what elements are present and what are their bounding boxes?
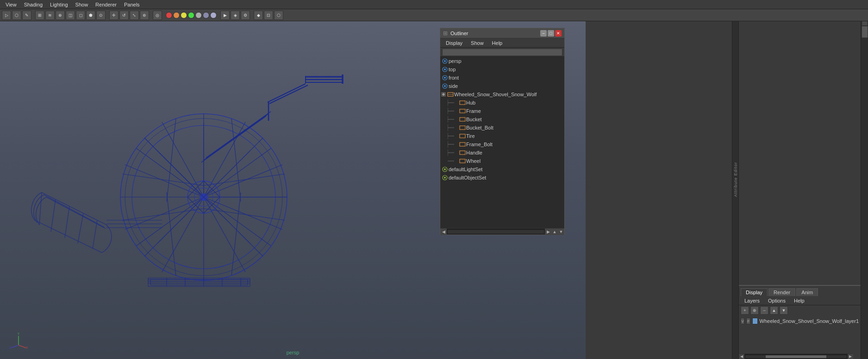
tree-item-tire[interactable]: Tire [440,132,564,140]
tree-item-top[interactable]: top [440,65,564,74]
tree-item-frame[interactable]: Frame [440,107,564,115]
outliner-scroll-down-h[interactable]: ▼ [558,229,564,235]
toolbar-soft-sel[interactable]: ◎ [153,11,162,20]
toolbar-ipr[interactable]: ◈ [231,11,240,20]
toolbar-snap-curve[interactable]: ≋ [45,11,55,20]
tree-item-wheel[interactable]: Wheel [440,157,564,165]
toolbar-keyframe[interactable]: ◆ [254,11,263,20]
tree-label-frame: Frame [466,108,481,114]
svg-rect-105 [460,159,465,163]
layer-scroll-track[interactable] [745,355,847,358]
svg-point-77 [444,85,446,87]
le-menu-layers[interactable]: Layers [741,297,763,304]
toolbar-color-7[interactable] [210,12,217,19]
layer-new-btn[interactable]: + [741,306,749,315]
layer-move-up-btn[interactable]: ▲ [770,306,778,315]
layer-new-empty-btn[interactable]: ⊕ [750,306,759,315]
tree-item-front[interactable]: front [440,74,564,82]
tree-item-bucket-bolt[interactable]: Bucket_Bolt [440,124,564,132]
layer-move-down-btn[interactable]: ▼ [780,306,788,315]
tree-item-frame-bolt[interactable]: Frame_Bolt [440,140,564,149]
toolbar-snap-live[interactable]: ⬟ [86,11,95,20]
svg-point-73 [444,68,446,70]
toolbar-render-arrow[interactable]: ▶ [220,11,230,20]
layer-delete-btn[interactable]: – [760,306,768,315]
layer-vis-btn[interactable]: V [741,318,744,324]
menu-show[interactable]: Show [72,1,92,8]
layer-toolbar: + ⊕ – ▲ ▼ [739,305,861,316]
toolbar-scale[interactable]: ⤡ [130,11,139,20]
tree-icon-tire [459,132,466,140]
toolbar-paint[interactable]: ✎ [22,11,31,20]
tree-item-handle[interactable]: Handle [440,149,564,157]
outliner-search-input[interactable] [442,49,562,56]
layer-scroll-right[interactable]: ▶ [848,354,853,359]
tree-icon-defaultobjectset [441,174,449,181]
toolbar-anim[interactable]: ⊡ [264,11,273,20]
toolbar-color-3[interactable] [181,12,187,19]
toolbar-extras[interactable]: ⬡ [274,11,283,20]
tree-icon-side [441,82,449,90]
outliner-scroll-track-h[interactable] [448,230,544,234]
toolbar-disp-settings[interactable]: ⚙ [241,11,250,20]
menu-panels[interactable]: Panels [120,1,144,8]
toolbar-color-5[interactable] [195,12,202,19]
tree-connector-bucket [448,116,459,123]
tree-label-bucketbolt: Bucket_Bolt [466,125,493,130]
toolbar-color-2[interactable] [173,12,180,19]
svg-line-23 [157,151,204,197]
toolbar-move[interactable]: ✛ [109,11,119,20]
toolbar-color-4[interactable] [188,12,194,19]
tree-item-bucket[interactable]: Bucket [440,115,564,124]
layer-tab-display[interactable]: Display [741,288,768,296]
outliner-tree[interactable]: persp top front side [440,57,564,228]
outliner-minimize-btn[interactable]: – [540,30,547,37]
outliner-close-btn[interactable]: ✕ [555,30,562,37]
toolbar-color-6[interactable] [203,12,209,19]
tree-collapse-btn[interactable] [440,91,447,98]
layer-freeze-btn[interactable]: F [746,318,750,324]
svg-line-24 [204,151,250,197]
menu-renderer[interactable]: Renderer [92,1,120,8]
toolbar-snap-point[interactable]: ⊕ [56,11,65,20]
toolbar-color-1[interactable] [166,12,172,19]
layer-row-wheeled[interactable]: V F Wheeled_Snow_Shovel_Snow_Wolf_layer1 [739,316,861,326]
tree-item-side[interactable]: side [440,82,564,90]
menu-view[interactable]: View [2,1,20,8]
outliner-menu-display[interactable]: Display [442,39,466,47]
toolbar-select[interactable]: ▷ [2,11,11,20]
layer-color-swatch[interactable] [752,318,758,324]
tree-label-persp: persp [449,58,462,64]
tree-item-hub[interactable]: Hub [440,99,564,107]
outliner-menu-help[interactable]: Help [488,39,506,47]
toolbar-rotate[interactable]: ↺ [119,11,129,20]
tree-label-wheeled: Wheeled_Snow_Shovel_Snow_Wolf [454,92,537,97]
outliner-menu-show[interactable]: Show [467,39,487,47]
toolbar-snap-surface[interactable]: ◻ [76,11,85,20]
toolbar-snap-grid[interactable]: ⊞ [35,11,44,20]
svg-rect-100 [460,142,465,146]
layer-scroll-left[interactable]: ◀ [739,354,744,359]
toolbar-lasso[interactable]: ⬡ [12,11,21,20]
outliner-scroll-up-h[interactable]: ▲ [551,229,558,235]
tree-item-defaultobjectset[interactable]: defaultObjectSet [440,173,564,182]
le-menu-help[interactable]: Help [790,297,808,304]
toolbar-camera[interactable]: ⊙ [96,11,106,20]
tree-icon-frame [459,107,466,115]
svg-text:Z: Z [9,346,12,349]
outliner-scroll-left[interactable]: ◀ [440,229,447,235]
tree-icon-handle [459,149,466,156]
menu-lighting[interactable]: Lighting [46,1,72,8]
outliner-maximize-btn[interactable]: □ [548,30,554,37]
svg-point-75 [444,77,446,79]
toolbar-manip[interactable]: ⊛ [140,11,149,20]
toolbar-snap-view[interactable]: ◫ [66,11,75,20]
tree-item-defaultlightset[interactable]: defaultLightSet [440,165,564,173]
menu-shading[interactable]: Shading [20,1,46,8]
tree-item-wheeled-snow[interactable]: Wheeled_Snow_Shovel_Snow_Wolf [440,90,564,99]
layer-tab-render[interactable]: Render [768,288,795,296]
layer-tab-anim[interactable]: Anim [796,288,818,296]
tree-item-persp[interactable]: persp [440,57,564,65]
outliner-scroll-right[interactable]: ▶ [545,229,551,235]
le-menu-options[interactable]: Options [764,297,789,304]
